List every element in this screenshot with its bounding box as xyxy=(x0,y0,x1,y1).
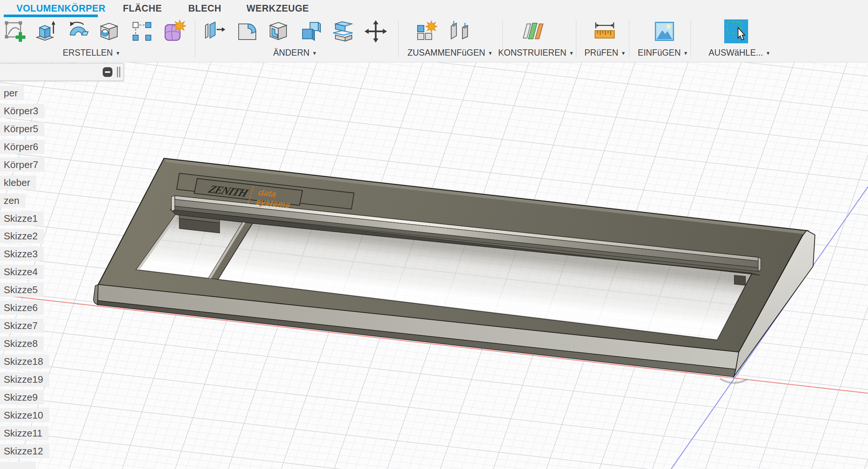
browser-item[interactable]: Skizze4 xyxy=(0,265,44,279)
dropdown-caret-icon: ▼ xyxy=(115,50,120,56)
select-icon[interactable] xyxy=(724,19,748,43)
browser-item[interactable]: Skizze19 xyxy=(0,372,49,386)
toolbar-separator xyxy=(576,20,576,58)
group-label-erstellen[interactable]: ERSTELLEN▼ xyxy=(56,47,127,58)
insert-image-icon[interactable] xyxy=(652,19,676,43)
rail-left-endcap xyxy=(171,196,175,211)
toolbar-tab-bar: VOLUMENKÖRPER FLÄCHE BLECH WERKZEUGE xyxy=(0,0,868,17)
browser-item[interactable]: Skizze1 xyxy=(0,211,44,226)
browser-item[interactable]: kleber xyxy=(0,176,36,190)
browser-item[interactable]: Skizze11 xyxy=(0,426,49,440)
browser-item[interactable]: Körper3 xyxy=(0,104,44,118)
press-pull-icon[interactable] xyxy=(202,19,226,43)
combine-icon[interactable] xyxy=(299,19,323,43)
browser-item[interactable]: Skizze2 xyxy=(0,229,44,243)
dropdown-caret-icon: ▼ xyxy=(766,50,771,56)
collapse-minus-icon[interactable] xyxy=(103,67,112,77)
group-label-auswaehlen[interactable]: AUSWäHLE...▼ xyxy=(700,47,779,58)
main-toolbar: ERSTELLEN▼ ÄNDERN▼ ZUSAMMENFüGEN▼ KONSTR… xyxy=(0,17,868,62)
browser-item[interactable]: Skizze5 xyxy=(0,283,44,297)
move-icon[interactable] xyxy=(364,19,388,43)
browser-item[interactable]: per xyxy=(0,86,24,100)
panel-grip-icon[interactable] xyxy=(117,67,121,77)
toolbar-separator xyxy=(502,20,503,58)
rail-right-endcap xyxy=(758,257,761,271)
toolbar-separator xyxy=(691,20,691,58)
browser-item[interactable] xyxy=(0,462,36,469)
dropdown-caret-icon: ▼ xyxy=(312,50,317,56)
right-bracket xyxy=(734,275,745,285)
split-body-icon[interactable] xyxy=(331,19,355,43)
joint-icon[interactable] xyxy=(447,19,471,43)
browser-item[interactable]: Skizze8 xyxy=(0,336,44,351)
group-label-pruefen[interactable]: PRüFEN▼ xyxy=(577,47,633,58)
dropdown-caret-icon: ▼ xyxy=(683,50,688,56)
browser-item[interactable]: Skizze6 xyxy=(0,301,44,315)
dropdown-caret-icon: ▼ xyxy=(569,50,574,56)
browser-item[interactable]: Körper7 xyxy=(0,158,44,172)
tab-blech[interactable]: BLECH xyxy=(188,0,221,17)
tab-flaeche[interactable]: FLÄCHE xyxy=(123,0,162,17)
browser-item[interactable]: Körper5 xyxy=(0,122,44,136)
hole-icon[interactable] xyxy=(97,19,121,43)
construction-plane-icon[interactable] xyxy=(521,19,545,43)
dropdown-caret-icon: ▼ xyxy=(621,50,626,56)
active-tab-underline xyxy=(4,15,98,17)
browser-item[interactable]: Körper6 xyxy=(0,140,44,154)
viewport-3d[interactable]: ZENITH data systems perKörper3Körper5Kör… xyxy=(0,62,868,469)
toolbar-separator xyxy=(398,20,399,58)
shell-icon[interactable] xyxy=(266,19,290,43)
toolbar-separator xyxy=(629,20,629,58)
form-icon[interactable] xyxy=(162,19,186,43)
browser-item[interactable]: Skizze12 xyxy=(0,444,49,458)
group-label-aendern[interactable]: ÄNDERN▼ xyxy=(261,47,329,58)
group-label-konstruieren[interactable]: KONSTRUIEREN▼ xyxy=(497,47,575,58)
browser-item[interactable]: zen xyxy=(0,193,25,208)
browser-item[interactable]: Skizze18 xyxy=(0,354,49,369)
fillet-icon[interactable] xyxy=(235,19,259,43)
revolve-icon[interactable] xyxy=(66,19,90,43)
browser-item[interactable]: Skizze3 xyxy=(0,247,44,261)
pattern-icon[interactable] xyxy=(130,19,154,43)
scene-canvas: ZENITH data systems xyxy=(0,62,868,469)
browser-item[interactable]: Skizze7 xyxy=(0,319,44,333)
browser-item[interactable]: Skizze10 xyxy=(0,408,49,422)
create-sketch-icon[interactable] xyxy=(3,19,27,43)
tab-werkzeuge[interactable]: WERKZEUGE xyxy=(247,0,309,17)
group-label-einfuegen[interactable]: EINFüGEN▼ xyxy=(631,47,695,58)
dropdown-caret-icon: ▼ xyxy=(488,50,493,56)
measure-icon[interactable] xyxy=(593,19,617,43)
group-label-zusammenfuegen[interactable]: ZUSAMMENFüGEN▼ xyxy=(398,47,502,58)
browser-panel-header[interactable] xyxy=(0,63,124,81)
browser-item[interactable]: Skizze9 xyxy=(0,390,44,404)
new-component-icon[interactable] xyxy=(414,19,438,43)
extrude-icon[interactable] xyxy=(34,19,58,43)
toolbar-separator xyxy=(195,20,195,58)
